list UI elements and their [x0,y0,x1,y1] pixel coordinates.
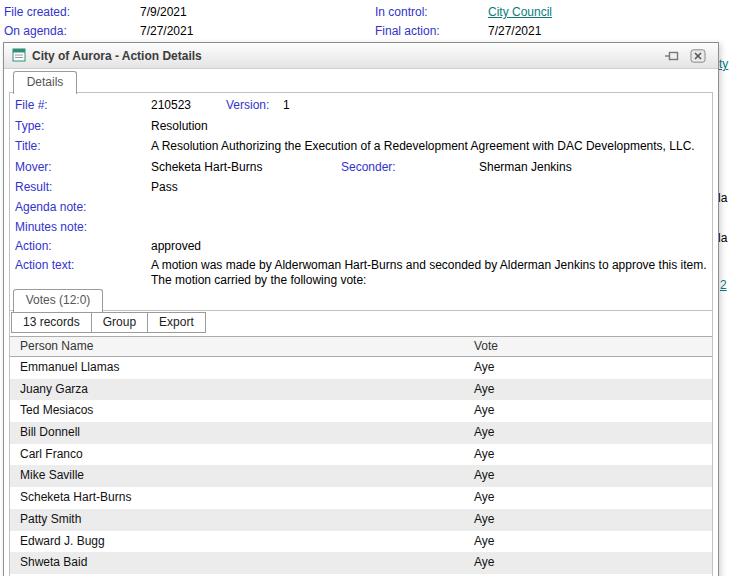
table-row[interactable]: Juany Garza Aye [10,379,712,401]
action-text-value: A motion was made by Alderwoman Hart-Bur… [151,258,717,287]
vote-cell: Aye [474,487,494,509]
records-count: 13 records [11,312,92,333]
tab-details[interactable]: Details [13,71,77,94]
edge-fragment-link[interactable]: 2 [720,278,727,292]
table-row[interactable]: Mike Saville Aye [10,465,712,487]
vote-cell: Aye [474,400,494,422]
seconder-label: Seconder: [341,160,396,174]
dialog-title: City of Aurora - Action Details [32,49,202,63]
vote-cell: Aye [474,465,494,487]
vote-cell: Aye [474,379,494,401]
mover-value: Scheketa Hart-Burns [151,160,262,174]
final-action-value: 7/27/2021 [488,24,541,38]
file-created-value: 7/9/2021 [140,5,187,19]
on-agenda-label: On agenda: [4,24,67,38]
action-value: approved [151,239,201,253]
file-number-label: File #: [15,98,48,112]
person-name-cell: Carl Franco [20,444,83,466]
action-label: Action: [15,239,52,253]
dialog-titlebar[interactable]: City of Aurora - Action Details [4,43,718,69]
page: File created: 7/9/2021 On agenda: 7/27/2… [0,0,730,576]
export-button[interactable]: Export [147,312,206,333]
close-icon[interactable] [690,49,706,63]
person-name-cell: Patty Smith [20,509,81,531]
minutes-note-label: Minutes note: [15,220,87,234]
result-value: Pass [151,180,178,194]
pin-icon[interactable] [664,49,680,63]
table-row[interactable]: Patty Smith Aye [10,509,712,531]
version-value: 1 [283,98,290,112]
edge-fragment-text: la [718,231,727,245]
table-row[interactable]: Shweta Baid Aye [10,552,712,574]
person-name-cell: Mike Saville [20,465,84,487]
file-number-value: 210523 [151,98,191,112]
vote-cell: Aye [474,357,494,379]
person-name-cell: Shweta Baid [20,552,87,574]
title-label: Title: [15,139,41,153]
vote-header[interactable]: Vote [474,337,498,356]
in-control-label: In control: [375,5,428,19]
vote-cell: Aye [474,531,494,553]
type-label: Type: [15,119,44,133]
table-row[interactable]: Ted Mesiacos Aye [10,400,712,422]
action-details-dialog: City of Aurora - Action Details Details … [3,42,719,576]
type-value: Resolution [151,119,208,133]
action-text-label: Action text: [15,258,74,272]
person-name-header[interactable]: Person Name [20,337,93,356]
table-row[interactable]: Edward J. Bugg Aye [10,531,712,553]
votes-toolbar: 13 records Group Export [11,312,205,333]
group-button[interactable]: Group [91,312,148,333]
person-name-cell: Scheketa Hart-Burns [20,487,131,509]
vote-cell: Aye [474,422,494,444]
person-name-cell: Bill Donnell [20,422,80,444]
edge-fragment-link[interactable]: ty [719,57,728,71]
edge-fragment-text: la [718,191,727,205]
table-row[interactable]: Emmanuel Llamas Aye [10,357,712,379]
version-label: Version: [226,98,269,112]
person-name-cell: Edward J. Bugg [20,531,105,553]
votes-table-header: Person Name Vote [10,336,712,357]
vote-cell: Aye [474,509,494,531]
on-agenda-value: 7/27/2021 [140,24,193,38]
vote-cell: Aye [474,444,494,466]
agenda-note-label: Agenda note: [15,200,86,214]
result-label: Result: [15,180,52,194]
mover-label: Mover: [15,160,52,174]
table-row[interactable]: Carl Franco Aye [10,444,712,466]
votes-table-body: Emmanuel Llamas Aye Juany Garza Aye Ted … [10,357,712,576]
title-value: A Resolution Authorizing the Execution o… [151,139,695,153]
tab-votes[interactable]: Votes (12:0) [13,289,103,312]
table-row[interactable]: Scheketa Hart-Burns Aye [10,487,712,509]
seconder-value: Sherman Jenkins [479,160,572,174]
in-control-link[interactable]: City Council [488,5,552,19]
action-details-icon [12,48,26,65]
person-name-cell: Emmanuel Llamas [20,357,119,379]
final-action-label: Final action: [375,24,440,38]
table-row[interactable]: Bill Donnell Aye [10,422,712,444]
person-name-cell: Ted Mesiacos [20,400,93,422]
file-created-label: File created: [4,5,70,19]
person-name-cell: Juany Garza [20,379,88,401]
vote-cell: Aye [474,552,494,574]
